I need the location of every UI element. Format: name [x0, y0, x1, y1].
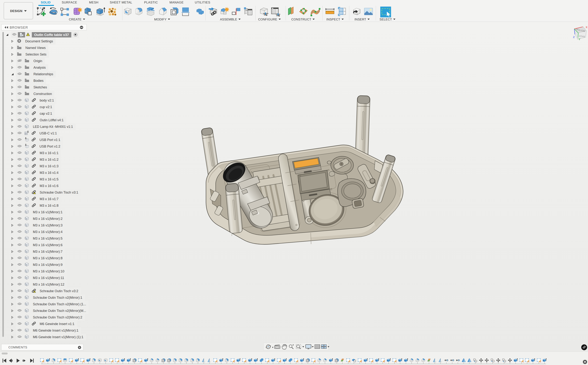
- svg-text:Y: Y: [579, 38, 580, 41]
- svg-text:Z: Z: [573, 35, 575, 39]
- svg-text:X: X: [586, 26, 588, 29]
